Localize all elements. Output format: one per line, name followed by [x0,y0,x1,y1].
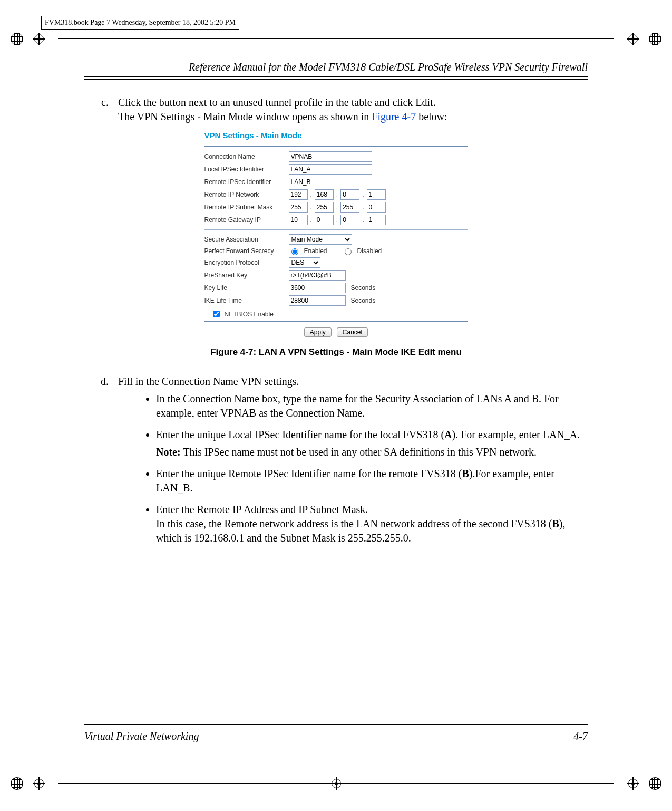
apply-button[interactable]: Apply [304,327,332,337]
registration-icon [649,33,661,45]
registration-icon [11,33,23,45]
page-footer: Virtual Private Networking 4-7 [84,724,588,742]
key-life-input[interactable] [289,283,346,293]
remote-ip-network-oct4[interactable] [367,189,386,200]
crosshair-icon [33,33,45,45]
remote-gateway-oct4[interactable] [367,215,386,225]
footer-section: Virtual Private Networking [84,730,199,742]
netbios-enable-checkbox[interactable] [213,311,220,317]
bullet-2: Enter the unique Local IPSec Identifier … [156,428,588,459]
label-remote-ip-subnet: Remote IP Subnet Mask [204,203,289,211]
print-meta: FVM318.book Page 7 Wednesday, September … [41,16,239,30]
figure-xref-link[interactable]: Figure 4-7 [372,111,416,122]
step-d-text: Fill in the Connection Name VPN settings… [118,374,588,389]
bottom-crop-marks [26,777,646,790]
local-ipsec-input[interactable] [289,164,372,175]
cancel-button[interactable]: Cancel [337,327,368,337]
step-d-bullets: In the Connection Name box, type the nam… [135,392,588,545]
key-life-unit: Seconds [351,284,376,292]
crosshair-icon [330,777,343,790]
running-head: Reference Manual for the Model FVM318 Ca… [84,61,588,73]
pfs-enabled-radio[interactable] [291,248,298,255]
crosshair-icon [627,33,639,45]
crosshair-icon [627,777,639,790]
ike-life-input[interactable] [289,295,346,306]
step-d: d. Fill in the Connection Name VPN setti… [84,374,588,389]
bullet-3: Enter the unique Remote IPSec Identifier… [156,467,588,495]
remote-ip-network-oct3[interactable] [340,189,359,200]
remote-ip-subnet-oct4[interactable] [367,202,386,213]
note-label: Note: [156,446,181,458]
bullet-1: In the Connection Name box, type the nam… [156,392,588,420]
label-local-ipsec: Local IPSec Identifier [204,165,289,173]
label-encryption-protocol: Encryption Protocol [204,258,289,267]
step-c-line1: Click the button next to an unused tunne… [118,96,436,108]
label-connection-name: Connection Name [204,152,289,161]
step-c-line2b: below: [416,111,447,122]
label-pfs: Perfect Forward Secrecy [204,247,289,255]
page-number: 4-7 [573,730,588,742]
step-label: d. [84,374,118,389]
figure-title: VPN Settings - Main Mode [204,130,468,141]
pfs-enabled-label: Enabled [304,247,327,255]
page: FVM318.book Page 7 Wednesday, September … [0,0,672,811]
step-c: c. Click the button next to an unused tu… [84,95,588,124]
remote-gateway-oct2[interactable] [315,215,334,225]
secure-association-select[interactable]: Main Mode [289,234,352,245]
crosshair-icon [33,777,45,790]
label-key-life: Key Life [204,284,289,292]
note-text: This IPSec name must not be used in any … [181,446,537,458]
label-remote-ipsec: Remote IPSec Identifier [204,178,289,186]
remote-ip-subnet-oct1[interactable] [289,202,308,213]
remote-ip-network-oct2[interactable] [315,189,334,200]
figure-vpn-settings: VPN Settings - Main Mode Connection Name… [204,130,468,337]
top-crop-marks [26,33,646,45]
pfs-disabled-radio[interactable] [345,248,352,255]
content-area: Reference Manual for the Model FVM318 Ca… [84,61,588,545]
remote-ip-subnet-oct2[interactable] [315,202,334,213]
remote-ip-network-oct1[interactable] [289,189,308,200]
step-c-line2a: The VPN Settings - Main Mode window open… [118,111,372,122]
figure-caption: Figure 4-7: LAN A VPN Settings - Main Mo… [84,346,588,359]
label-preshared-key: PreShared Key [204,271,289,279]
netbios-enable-label: NETBIOS Enable [225,310,274,318]
label-remote-gateway: Remote Gateway IP [204,216,289,224]
bullet-4: Enter the Remote IP Address and IP Subne… [156,503,588,545]
preshared-key-input[interactable] [289,270,346,281]
step-label: c. [84,95,118,124]
registration-icon [649,777,661,790]
label-ike-life: IKE Life Time [204,296,289,305]
remote-ipsec-input[interactable] [289,177,372,187]
label-remote-ip-network: Remote IP Network [204,190,289,199]
pfs-disabled-label: Disabled [357,247,382,255]
label-secure-association: Secure Association [204,235,289,244]
remote-ip-subnet-oct3[interactable] [340,202,359,213]
connection-name-input[interactable] [289,151,372,162]
remote-gateway-oct3[interactable] [340,215,359,225]
encryption-protocol-select[interactable]: DES [289,257,320,268]
ike-life-unit: Seconds [351,296,376,305]
remote-gateway-oct1[interactable] [289,215,308,225]
registration-icon [11,777,23,790]
